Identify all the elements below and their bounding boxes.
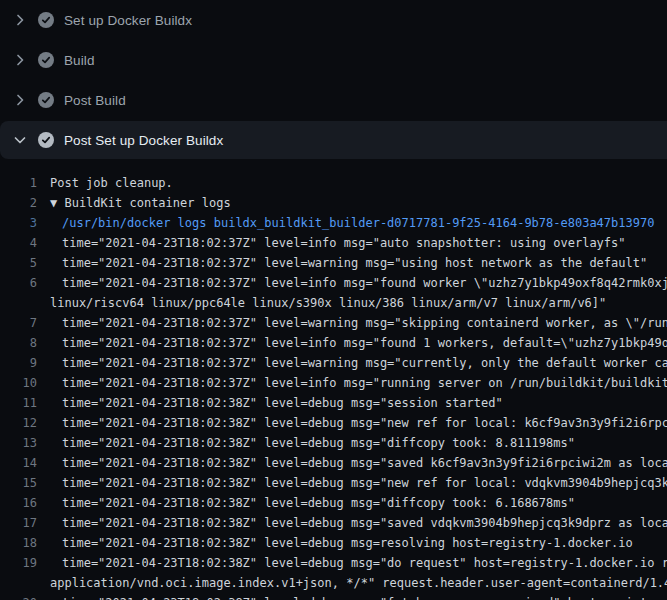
log-line: linux/riscv64 linux/ppc64le linux/s390x … (0, 293, 667, 313)
line-number[interactable]: 7 (0, 313, 37, 333)
log-text: time="2021-04-23T18:02:38Z" level=debug … (62, 533, 633, 553)
chevron-right-icon (12, 52, 28, 68)
chevron-right-icon (12, 12, 28, 28)
step-post-set-up-docker-buildx[interactable]: Post Set up Docker Buildx (0, 121, 667, 159)
step-set-up-docker-buildx[interactable]: Set up Docker Buildx (0, 0, 667, 40)
line-number[interactable]: 10 (0, 373, 37, 393)
log-text: linux/riscv64 linux/ppc64le linux/s390x … (50, 293, 606, 313)
log-line: 9 time="2021-04-23T18:02:37Z" level=warn… (0, 353, 667, 373)
check-circle-icon (38, 92, 54, 108)
step-label: Set up Docker Buildx (64, 13, 192, 28)
line-number[interactable]: 5 (0, 253, 37, 273)
log-line: 16 time="2021-04-23T18:02:38Z" level=deb… (0, 493, 667, 513)
log-text: time="2021-04-23T18:02:38Z" level=debug … (62, 473, 667, 493)
log-text: time="2021-04-23T18:02:37Z" level=warnin… (62, 253, 647, 273)
log-line: 19 time="2021-04-23T18:02:38Z" level=deb… (0, 553, 667, 573)
log-text: /usr/bin/docker logs buildx_buildkit_bui… (62, 213, 654, 233)
line-number[interactable]: 9 (0, 353, 37, 373)
line-number[interactable]: 6 (0, 273, 37, 293)
log-text: time="2021-04-23T18:02:37Z" level=warnin… (62, 353, 667, 373)
step-build[interactable]: Build (0, 40, 667, 80)
step-label: Post Set up Docker Buildx (64, 133, 223, 148)
log-text: Post job cleanup. (50, 173, 173, 193)
step-post-build[interactable]: Post Build (0, 80, 667, 120)
check-circle-icon (38, 52, 54, 68)
line-number[interactable] (0, 573, 37, 593)
log-text: time="2021-04-23T18:02:37Z" level=info m… (62, 233, 626, 253)
line-number[interactable]: 18 (0, 533, 37, 553)
log-line: 11 time="2021-04-23T18:02:38Z" level=deb… (0, 393, 667, 413)
log-text: time="2021-04-23T18:02:37Z" level=info m… (62, 333, 667, 353)
line-number[interactable]: 20 (0, 593, 37, 600)
line-number[interactable]: 11 (0, 393, 37, 413)
log-text: time="2021-04-23T18:02:38Z" level=debug … (62, 413, 667, 433)
log-line: 18 time="2021-04-23T18:02:38Z" level=deb… (0, 533, 667, 553)
steps-list: Set up Docker Buildx Build (0, 0, 667, 159)
step-label: Post Build (64, 93, 126, 108)
log-text: time="2021-04-23T18:02:38Z" level=debug … (62, 513, 667, 533)
log-line[interactable]: 2 ▼ BuildKit container logs (0, 193, 667, 213)
log-line: 6 time="2021-04-23T18:02:37Z" level=info… (0, 273, 667, 293)
line-number[interactable]: 16 (0, 493, 37, 513)
line-number[interactable]: 19 (0, 553, 37, 573)
log-text: ▼ BuildKit container logs (50, 193, 231, 213)
line-number[interactable] (0, 293, 37, 313)
log-line: 8 time="2021-04-23T18:02:37Z" level=info… (0, 333, 667, 353)
log-text: time="2021-04-23T18:02:38Z" level=debug … (62, 393, 503, 413)
log-line: 17 time="2021-04-23T18:02:38Z" level=deb… (0, 513, 667, 533)
log-line: 20 time="2021-04-23T18:02:38Z" level=deb… (0, 593, 667, 600)
log-line: 1 Post job cleanup. (0, 173, 667, 193)
log-text: application/vnd.oci.image.index.v1+json,… (50, 573, 667, 593)
log-line: 4 time="2021-04-23T18:02:37Z" level=info… (0, 233, 667, 253)
log-line: 14 time="2021-04-23T18:02:38Z" level=deb… (0, 453, 667, 473)
line-number[interactable]: 13 (0, 433, 37, 453)
line-number[interactable]: 15 (0, 473, 37, 493)
line-number[interactable]: 17 (0, 513, 37, 533)
log-line: 12 time="2021-04-23T18:02:38Z" level=deb… (0, 413, 667, 433)
chevron-down-icon (12, 132, 28, 148)
line-number[interactable]: 14 (0, 453, 37, 473)
log-line: 10 time="2021-04-23T18:02:37Z" level=inf… (0, 373, 667, 393)
chevron-right-icon (12, 92, 28, 108)
log-text: time="2021-04-23T18:02:38Z" level=debug … (62, 553, 667, 573)
log-text: time="2021-04-23T18:02:37Z" level=info m… (62, 273, 667, 293)
log-line: application/vnd.oci.image.index.v1+json,… (0, 573, 667, 593)
log-line: 3 /usr/bin/docker logs buildx_buildkit_b… (0, 213, 667, 233)
log-text: time="2021-04-23T18:02:38Z" level=debug … (62, 493, 575, 513)
line-number[interactable]: 4 (0, 233, 37, 253)
line-number[interactable]: 1 (0, 173, 37, 193)
log-text: time="2021-04-23T18:02:38Z" level=debug … (62, 453, 667, 473)
check-circle-icon (38, 132, 54, 148)
log-line: 13 time="2021-04-23T18:02:38Z" level=deb… (0, 433, 667, 453)
log-text: time="2021-04-23T18:02:37Z" level=info m… (62, 373, 667, 393)
log-text: time="2021-04-23T18:02:37Z" level=warnin… (62, 313, 667, 333)
log-text: time="2021-04-23T18:02:38Z" level=debug … (62, 433, 575, 453)
step-label: Build (64, 53, 95, 68)
log-line: 5 time="2021-04-23T18:02:37Z" level=warn… (0, 253, 667, 273)
line-number[interactable]: 2 (0, 193, 37, 213)
log-line: 15 time="2021-04-23T18:02:38Z" level=deb… (0, 473, 667, 493)
check-circle-icon (38, 12, 54, 28)
line-number[interactable]: 8 (0, 333, 37, 353)
line-number[interactable]: 3 (0, 213, 37, 233)
log-lines: 1 Post job cleanup. 2 ▼ BuildKit contain… (0, 160, 667, 600)
line-number[interactable]: 12 (0, 413, 37, 433)
log-text: time="2021-04-23T18:02:38Z" level=debug … (62, 593, 667, 600)
log-line: 7 time="2021-04-23T18:02:37Z" level=warn… (0, 313, 667, 333)
